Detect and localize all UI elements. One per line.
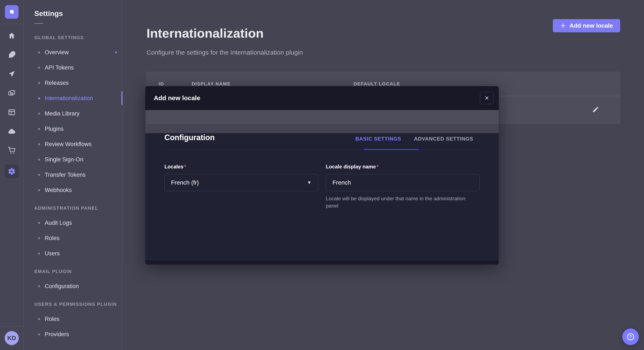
bullet-icon — [38, 159, 40, 161]
page-header: Internationalization Configure the setti… — [146, 18, 620, 56]
rail-icon-list — [5, 24, 19, 178]
sidebar-item-label: Roles — [45, 235, 60, 242]
sidebar-item-label: Review Workflows — [45, 141, 92, 148]
marketplace-cart-icon[interactable] — [8, 147, 16, 155]
bullet-icon — [38, 174, 40, 176]
bullet-icon — [38, 222, 40, 224]
cloud-icon[interactable] — [8, 127, 16, 136]
tab-basic-settings[interactable]: BASIC SETTINGS — [349, 136, 408, 142]
section-email-plugin: EMAIL PLUGIN — [34, 269, 122, 274]
locales-select[interactable]: French (fr) ▼ — [164, 174, 318, 191]
settings-tabs: BASIC SETTINGS ADVANCED SETTINGS — [349, 136, 480, 142]
bullet-icon — [38, 113, 40, 115]
locales-select-value: French (fr) — [171, 179, 199, 186]
content-manager-layout-icon[interactable] — [8, 108, 16, 116]
display-name-field-label: Locale display name* — [326, 164, 480, 170]
sidebar-item-label: Releases — [45, 80, 69, 86]
active-indicator-bar — [122, 91, 122, 105]
bullet-icon — [38, 285, 40, 287]
locales-label-text: Locales — [164, 164, 183, 170]
sidebar-item-users[interactable]: Users — [24, 246, 122, 261]
bullet-icon — [38, 318, 40, 320]
sidebar-item-internationalization[interactable]: Internationalization — [24, 91, 122, 106]
sidebar-title: Settings — [34, 9, 122, 18]
question-mark-icon: ? — [626, 332, 635, 341]
active-tab-underline — [364, 149, 419, 150]
sidebar-item-media-library[interactable]: Media Library — [24, 106, 122, 121]
sidebar-item-audit-logs[interactable]: Audit Logs — [24, 215, 122, 230]
rail-footer: KD — [0, 326, 24, 350]
sidebar-item-api-tokens[interactable]: API Tokens — [24, 60, 122, 75]
sidebar-item-providers[interactable]: Providers — [24, 327, 122, 342]
add-new-locale-label: Add new locale — [570, 22, 613, 29]
edit-locale-button[interactable] — [592, 106, 600, 114]
bullet-icon — [38, 334, 40, 335]
sidebar-item-label: Users — [45, 250, 60, 257]
bullet-icon — [38, 237, 40, 239]
display-name-label-text: Locale display name — [326, 164, 376, 170]
sidebar-item-label: Overview — [45, 49, 69, 56]
strapi-glyph — [8, 8, 16, 16]
page-subtitle: Configure the settings for the Internati… — [146, 49, 303, 56]
content-builder-feather-icon[interactable] — [8, 51, 16, 59]
sidebar-item-webhooks[interactable]: Webhooks — [24, 182, 122, 198]
close-icon — [484, 95, 490, 101]
sidebar-item-label: Transfer Tokens — [45, 172, 86, 178]
bullet-icon — [38, 253, 40, 255]
modal-body: Configuration BASIC SETTINGS ADVANCED SE… — [145, 133, 499, 260]
sidebar-item-plugins[interactable]: Plugins — [24, 121, 122, 137]
modal-header: Add new locale — [145, 86, 499, 110]
sidebar-item-up-roles[interactable]: Roles — [24, 311, 122, 327]
sidebar-item-review-workflows[interactable]: Review Workflows — [24, 137, 122, 152]
display-name-input[interactable]: French — [326, 174, 480, 191]
chevron-down-icon: ▼ — [307, 180, 312, 185]
sidebar-item-admin-roles[interactable]: Roles — [24, 230, 122, 246]
sidebar-item-label: Configuration — [45, 283, 79, 290]
display-name-hint: Locale will be displayed under that name… — [326, 195, 466, 209]
bullet-icon — [38, 189, 40, 191]
page-title: Internationalization — [146, 26, 303, 40]
sidebar-item-email-configuration[interactable]: Configuration — [24, 279, 122, 294]
help-button[interactable]: ? — [622, 329, 639, 345]
sidebar-item-label: API Tokens — [45, 64, 74, 71]
bullet-icon — [38, 128, 40, 130]
section-global-settings: GLOBAL SETTINGS — [34, 35, 122, 40]
sidebar-title-underline — [34, 23, 43, 24]
locales-field-label: Locales* — [164, 164, 318, 170]
modal-title: Add new locale — [154, 94, 200, 102]
bullet-icon — [38, 67, 40, 69]
modal-close-button[interactable] — [480, 92, 494, 104]
sidebar-item-label: Roles — [45, 316, 60, 322]
pencil-icon — [592, 106, 599, 113]
sidebar-item-single-sign-on[interactable]: Single Sign-On — [24, 152, 122, 167]
workspace-logo-box[interactable] — [0, 0, 24, 24]
sidebar-item-label: Audit Logs — [45, 220, 72, 226]
add-new-locale-button[interactable]: Add new locale — [553, 19, 620, 32]
user-avatar[interactable]: KD — [5, 331, 19, 345]
home-icon[interactable] — [8, 32, 16, 40]
media-library-icon[interactable] — [8, 89, 16, 97]
gear-icon — [8, 167, 16, 176]
sidebar-item-transfer-tokens[interactable]: Transfer Tokens — [24, 167, 122, 182]
svg-text:?: ? — [629, 335, 632, 339]
section-users-permissions-plugin: USERS & PERMISSIONS PLUGIN — [34, 302, 122, 307]
sidebar-item-label: Webhooks — [45, 187, 72, 193]
bullet-icon — [38, 51, 40, 53]
sidebar-item-label: Media Library — [45, 110, 80, 117]
deploy-send-icon[interactable] — [8, 70, 16, 78]
tab-advanced-settings[interactable]: ADVANCED SETTINGS — [408, 136, 480, 142]
bullet-icon — [38, 97, 40, 99]
bullet-icon — [38, 82, 40, 84]
sidebar-item-label: Plugins — [45, 126, 64, 132]
bullet-icon — [38, 143, 40, 145]
sidebar-item-label: Internationalization — [45, 95, 93, 102]
display-name-input-value: French — [332, 179, 351, 186]
sidebar-item-overview[interactable]: Overview — [24, 45, 122, 60]
sidebar-item-releases[interactable]: Releases — [24, 75, 122, 91]
strapi-logo-icon — [5, 5, 18, 19]
required-asterisk: * — [376, 164, 378, 170]
settings-nav-active[interactable] — [5, 164, 19, 178]
configuration-section-title: Configuration — [164, 133, 215, 142]
main-nav-rail: KD — [0, 0, 24, 350]
settings-sidebar: Settings GLOBAL SETTINGS Overview API To… — [24, 0, 123, 350]
